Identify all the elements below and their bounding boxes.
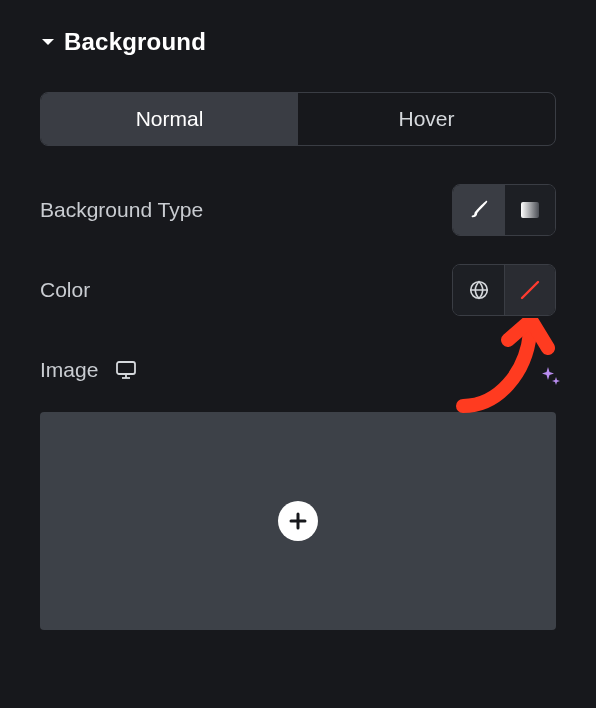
tab-normal[interactable]: Normal [41, 93, 298, 145]
background-type-gradient-button[interactable] [504, 185, 555, 235]
global-color-button[interactable] [453, 265, 504, 315]
image-upload-area[interactable] [40, 412, 556, 630]
background-type-label: Background Type [40, 198, 203, 222]
svg-rect-4 [117, 362, 135, 374]
plus-icon [288, 511, 308, 531]
row-image: Image [40, 342, 556, 398]
add-image-button[interactable] [278, 501, 318, 541]
color-controls [452, 264, 556, 316]
chevron-down-icon [40, 34, 56, 50]
color-swatch-button[interactable] [504, 265, 555, 315]
image-label: Image [40, 358, 98, 382]
globe-icon [468, 279, 490, 301]
color-label: Color [40, 278, 90, 302]
row-color: Color [40, 262, 556, 318]
tab-hover-label: Hover [398, 107, 454, 130]
row-background-type: Background Type [40, 182, 556, 238]
brush-icon [468, 199, 490, 221]
section-header[interactable]: Background [40, 28, 556, 56]
background-type-classic-button[interactable] [453, 185, 504, 235]
no-color-icon [517, 277, 543, 303]
svg-rect-0 [521, 202, 539, 218]
state-tabs: Normal Hover [40, 92, 556, 146]
tab-normal-label: Normal [136, 107, 204, 130]
tab-hover[interactable]: Hover [298, 93, 555, 145]
gradient-icon [519, 199, 541, 221]
desktop-icon[interactable] [114, 358, 138, 382]
section-title: Background [64, 28, 206, 56]
background-type-toggle [452, 184, 556, 236]
